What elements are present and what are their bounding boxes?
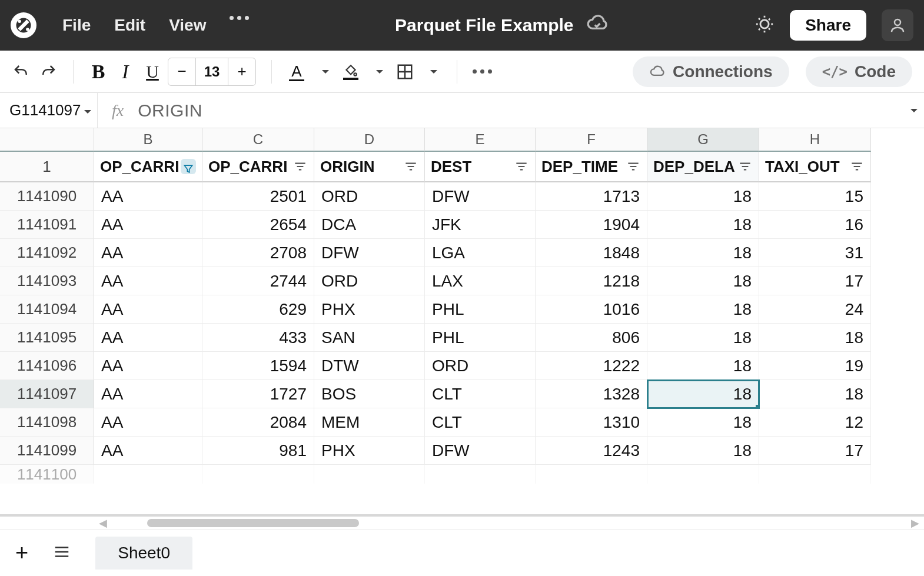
toolbar-more[interactable] (473, 62, 491, 81)
cell[interactable]: 2744 (202, 267, 314, 295)
column-header-H[interactable]: H (759, 128, 871, 152)
column-header-E[interactable]: E (425, 128, 536, 152)
field-header-H[interactable]: TAXI_OUT (759, 152, 871, 182)
row-header-1[interactable]: 1 (0, 152, 94, 182)
cell[interactable]: 18 (759, 324, 871, 352)
cell[interactable] (759, 465, 871, 484)
cell[interactable] (94, 465, 202, 484)
cell[interactable]: 18 (647, 211, 759, 239)
cell[interactable]: 12 (759, 408, 871, 437)
cell[interactable]: ORD (314, 267, 425, 295)
text-color-dropdown[interactable] (314, 62, 333, 81)
cell[interactable]: 18 (647, 380, 759, 408)
cell[interactable]: BOS (314, 380, 425, 408)
formula-expand-icon[interactable] (900, 107, 924, 114)
fill-color-button[interactable] (341, 62, 360, 81)
cell[interactable]: DFW (425, 182, 536, 211)
cell[interactable]: 1594 (202, 352, 314, 380)
cell[interactable]: 1222 (536, 352, 647, 380)
field-header-B[interactable]: OP_CARRI (94, 152, 202, 182)
scroll-thumb[interactable] (147, 519, 359, 527)
horizontal-scrollbar[interactable]: ◀ ▶ (0, 517, 924, 530)
formula-input[interactable]: ORIGIN (138, 101, 900, 121)
field-header-D[interactable]: ORIGIN (314, 152, 425, 182)
cell[interactable]: AA (94, 408, 202, 437)
cell[interactable]: 1848 (536, 239, 647, 267)
cell[interactable]: AA (94, 239, 202, 267)
column-header-B[interactable]: B (94, 128, 202, 152)
select-all-corner[interactable] (0, 128, 94, 152)
document-title[interactable]: Parquet File Example (395, 15, 573, 35)
column-header-D[interactable]: D (314, 128, 425, 152)
cell[interactable]: ORD (425, 352, 536, 380)
undo-button[interactable] (12, 62, 31, 81)
row-header[interactable]: 1141093 (0, 267, 94, 295)
column-header-C[interactable]: C (202, 128, 314, 152)
cell[interactable]: DCA (314, 211, 425, 239)
cell[interactable]: 1218 (536, 267, 647, 295)
cell[interactable]: 18 (647, 239, 759, 267)
cell[interactable]: 15 (759, 182, 871, 211)
app-logo[interactable] (11, 12, 36, 38)
row-header[interactable]: 1141098 (0, 408, 94, 437)
cell[interactable]: 2501 (202, 182, 314, 211)
filter-icon[interactable] (403, 159, 418, 174)
borders-button[interactable] (395, 62, 414, 81)
field-header-C[interactable]: OP_CARRI (202, 152, 314, 182)
filter-icon[interactable] (514, 159, 529, 174)
field-header-G[interactable]: DEP_DELA (647, 152, 759, 182)
scroll-left-icon[interactable]: ◀ (98, 518, 108, 528)
row-header[interactable]: 1141092 (0, 239, 94, 267)
cell[interactable]: ORD (314, 182, 425, 211)
cell[interactable]: 24 (759, 295, 871, 324)
cell[interactable]: DFW (425, 437, 536, 465)
cell[interactable]: AA (94, 182, 202, 211)
fill-color-dropdown[interactable] (368, 62, 387, 81)
share-button[interactable]: Share (790, 10, 866, 41)
cell[interactable]: SAN (314, 324, 425, 352)
add-sheet-button[interactable]: + (15, 540, 28, 565)
cell[interactable]: AA (94, 267, 202, 295)
cell[interactable]: 18 (647, 352, 759, 380)
row-header[interactable]: 1141091 (0, 211, 94, 239)
cell[interactable]: AA (94, 295, 202, 324)
cell[interactable]: 1904 (536, 211, 647, 239)
cell[interactable]: JFK (425, 211, 536, 239)
cell[interactable]: 629 (202, 295, 314, 324)
row-header[interactable]: 1141097 (0, 380, 94, 408)
row-header[interactable]: 1141090 (0, 182, 94, 211)
menu-more[interactable] (230, 16, 249, 35)
cell[interactable] (202, 465, 314, 484)
italic-button[interactable]: I (116, 62, 135, 81)
code-button[interactable]: </> Code (806, 56, 912, 87)
tips-icon[interactable] (755, 14, 775, 36)
cell[interactable]: 2084 (202, 408, 314, 437)
cell[interactable]: MEM (314, 408, 425, 437)
cell[interactable]: LAX (425, 267, 536, 295)
cell[interactable]: 433 (202, 324, 314, 352)
row-header[interactable]: 1141094 (0, 295, 94, 324)
menu-view[interactable]: View (169, 16, 206, 35)
cell[interactable]: 17 (759, 437, 871, 465)
redo-button[interactable] (39, 62, 58, 81)
account-button[interactable] (882, 9, 913, 41)
cell[interactable]: CLT (425, 380, 536, 408)
cell[interactable]: AA (94, 352, 202, 380)
cell[interactable]: 806 (536, 324, 647, 352)
filter-icon[interactable] (626, 159, 641, 174)
cell[interactable]: 18 (647, 295, 759, 324)
cell[interactable]: 18 (647, 267, 759, 295)
cell[interactable]: AA (94, 437, 202, 465)
text-color-button[interactable]: A (287, 62, 306, 81)
cell[interactable]: 31 (759, 239, 871, 267)
font-size-value[interactable]: 13 (195, 58, 228, 85)
row-header[interactable]: 1141099 (0, 437, 94, 465)
cell[interactable] (536, 465, 647, 484)
cell[interactable] (425, 465, 536, 484)
cell[interactable] (647, 465, 759, 484)
cell[interactable]: AA (94, 324, 202, 352)
cell[interactable]: 1727 (202, 380, 314, 408)
cell[interactable]: 1328 (536, 380, 647, 408)
row-header[interactable]: 1141100 (0, 465, 94, 484)
scroll-right-icon[interactable]: ▶ (910, 518, 920, 528)
